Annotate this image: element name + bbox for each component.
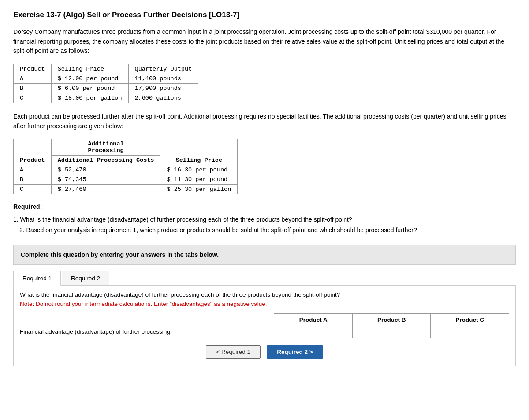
section2-text: Each product can be processed further af… bbox=[13, 112, 516, 131]
answer-cell-product-b[interactable] bbox=[352, 326, 431, 338]
next-button[interactable]: Required 2 > bbox=[267, 345, 323, 359]
table2-row2-price: $ 25.30 per gallon bbox=[160, 185, 238, 194]
table1-row0-output: 11,400 pounds bbox=[128, 74, 198, 84]
table2: Product AdditionalProcessing Selling Pri… bbox=[13, 139, 238, 194]
question-2: 2. Based on your analysis in requirement… bbox=[13, 225, 516, 236]
table-row: B $ 6.00 per pound 17,900 pounds bbox=[14, 84, 198, 93]
table-row: C $ 27,460 $ 25.30 per gallon bbox=[14, 185, 238, 194]
table2-row1-costs: $ 74,345 bbox=[51, 175, 160, 185]
table1-row1-output: 17,900 pounds bbox=[128, 84, 198, 93]
tab-content-required1: What is the financial advantage (disadva… bbox=[13, 286, 516, 366]
answer-col-product-c: Product C bbox=[431, 313, 509, 326]
tab1-note: Note: Do not round your intermediate cal… bbox=[20, 301, 267, 307]
tabs-bar: Required 1 Required 2 bbox=[13, 271, 516, 286]
table2-row2-product: C bbox=[14, 185, 52, 194]
table1-header-product: Product bbox=[14, 64, 52, 74]
answer-col-product-a: Product A bbox=[274, 313, 353, 326]
answer-cell-product-a[interactable] bbox=[274, 326, 353, 338]
table1: Product Selling Price Quarterly Output A… bbox=[13, 64, 198, 103]
table2-row1-product: B bbox=[14, 175, 52, 185]
tab-required1[interactable]: Required 1 bbox=[13, 271, 61, 286]
table1-row1-product: B bbox=[14, 84, 52, 93]
table1-row0-price: $ 12.00 per pound bbox=[51, 74, 128, 84]
answer-row: Financial advantage (disadvantage) of fu… bbox=[20, 326, 509, 338]
table1-row2-price: $ 18.00 per gallon bbox=[51, 93, 128, 103]
tab1-note-section: What is the financial advantage (disadva… bbox=[14, 286, 515, 313]
nav-buttons: < Required 1 Required 2 > bbox=[14, 345, 515, 359]
table2-row0-price: $ 16.30 per pound bbox=[160, 165, 238, 175]
table-row: C $ 18.00 per gallon 2,600 gallons bbox=[14, 93, 198, 103]
table-row: A $ 52,470 $ 16.30 per pound bbox=[14, 165, 238, 175]
table2-header-selling-price: Selling Price bbox=[160, 139, 238, 165]
questions-section: 1. What is the financial advantage (disa… bbox=[13, 215, 516, 236]
input-product-c[interactable] bbox=[431, 328, 509, 336]
table2-row0-costs: $ 52,470 bbox=[51, 165, 160, 175]
required-label: Required: bbox=[13, 203, 516, 210]
answer-cell-product-c[interactable] bbox=[431, 326, 509, 338]
table2-header-costs: Additional Processing Costs bbox=[51, 156, 160, 165]
table1-row2-product: C bbox=[14, 93, 52, 103]
table1-header-quarterly-output: Quarterly Output bbox=[128, 64, 198, 74]
table1-row2-output: 2,600 gallons bbox=[128, 93, 198, 103]
table2-header-product: Product bbox=[14, 139, 52, 165]
table2-row1-price: $ 11.30 per pound bbox=[160, 175, 238, 185]
table-row: B $ 74,345 $ 11.30 per pound bbox=[14, 175, 238, 185]
input-product-b[interactable] bbox=[353, 328, 431, 336]
table2-header-add-proc-label: AdditionalProcessing bbox=[51, 139, 160, 156]
intro-text: Dorsey Company manufactures three produc… bbox=[13, 27, 516, 56]
table1-row1-price: $ 6.00 per pound bbox=[51, 84, 128, 93]
table1-header-selling-price: Selling Price bbox=[51, 64, 128, 74]
question-1: 1. What is the financial advantage (disa… bbox=[13, 215, 516, 225]
answer-row-label: Financial advantage (disadvantage) of fu… bbox=[20, 326, 274, 338]
input-product-a[interactable] bbox=[274, 328, 352, 336]
page-title: Exercise 13-7 (Algo) Sell or Process Fur… bbox=[13, 11, 516, 19]
answer-col-product-b: Product B bbox=[352, 313, 431, 326]
table2-row0-product: A bbox=[14, 165, 52, 175]
prev-button[interactable]: < Required 1 bbox=[206, 345, 261, 359]
answer-section: Product A Product B Product C Financial … bbox=[14, 313, 515, 338]
tab-required2[interactable]: Required 2 bbox=[62, 271, 109, 285]
tab1-question: What is the financial advantage (disadva… bbox=[20, 291, 340, 298]
table1-row0-product: A bbox=[14, 74, 52, 84]
complete-box: Complete this question by entering your … bbox=[13, 245, 516, 265]
table-row: A $ 12.00 per pound 11,400 pounds bbox=[14, 74, 198, 84]
table2-row2-costs: $ 27,460 bbox=[51, 185, 160, 194]
answer-table: Product A Product B Product C Financial … bbox=[20, 313, 509, 338]
